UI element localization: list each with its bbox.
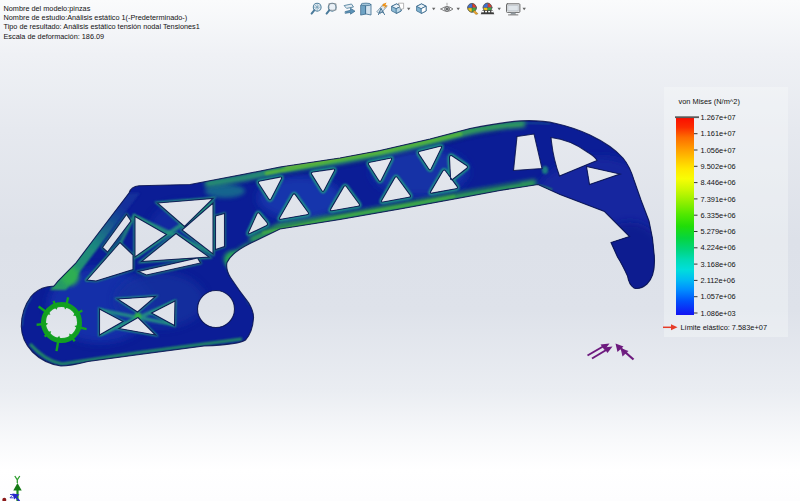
svg-text:von Mises (N/m^2): von Mises (N/m^2) bbox=[679, 97, 740, 106]
svg-text:5.279e+06: 5.279e+06 bbox=[701, 227, 736, 236]
svg-text:3.168e+06: 3.168e+06 bbox=[701, 260, 736, 269]
svg-text:6.335e+06: 6.335e+06 bbox=[701, 211, 736, 220]
svg-text:1.161e+07: 1.161e+07 bbox=[701, 129, 736, 138]
svg-text:1.057e+06: 1.057e+06 bbox=[701, 292, 736, 301]
svg-text:8.446e+06: 8.446e+06 bbox=[701, 178, 736, 187]
svg-text:9.502e+06: 9.502e+06 bbox=[701, 162, 736, 171]
svg-text:1.086e+03: 1.086e+03 bbox=[701, 309, 736, 318]
svg-text:2.112e+06: 2.112e+06 bbox=[701, 276, 736, 285]
svg-text:7.391e+06: 7.391e+06 bbox=[701, 195, 736, 204]
svg-text:1.267e+07: 1.267e+07 bbox=[701, 113, 736, 122]
svg-text:1.056e+07: 1.056e+07 bbox=[701, 146, 736, 155]
svg-text:4.224e+06: 4.224e+06 bbox=[701, 243, 736, 252]
svg-text:Límite elástico: 7.583e+07: Límite elástico: 7.583e+07 bbox=[681, 323, 768, 332]
